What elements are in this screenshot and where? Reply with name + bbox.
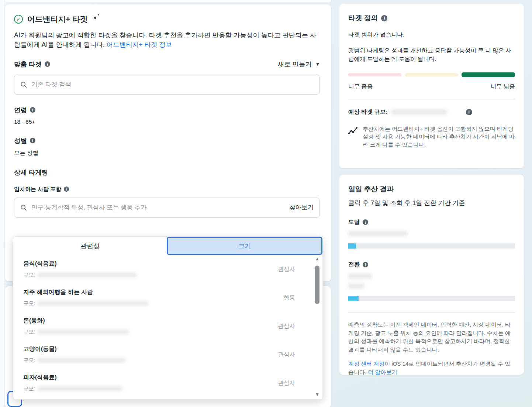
targeting-option-row[interactable]: 디저트(식음료) 규모: 관심사 [13,397,322,400]
create-new-dropdown[interactable]: 새로 만들기 ▼ [278,60,320,69]
suggestions-tabbar: 관련성 크기 [13,237,322,255]
info-icon[interactable]: i [45,61,50,67]
trend-line-icon [348,125,358,135]
redacted-size-value [38,358,125,363]
info-icon[interactable]: i [64,187,69,192]
gauge-segment-broad [462,72,515,77]
info-icon[interactable]: i [466,109,472,115]
scroll-down-arrow[interactable]: ▼ [314,392,321,397]
existing-audience-search[interactable] [14,75,320,95]
ai-sparkle-icon: ✦✦ [93,15,97,21]
option-type-badge: 행동 [284,294,295,301]
option-size-label: 규모: [23,357,35,364]
reach-bar [348,243,515,249]
option-size-label: 규모: [23,271,35,278]
account-center-link[interactable]: 계정 센터 계정 [348,360,384,367]
forecast-disclaimer: 예측의 정확도는 이전 캠페인 데이터, 입력한 예산, 시장 데이터, 타게팅… [348,321,515,354]
detailed-targeting-search-input[interactable] [31,204,286,211]
conversions-label-row: 전환 i [348,261,368,269]
gauge-segment-narrow [348,73,402,76]
info-icon[interactable]: i [381,15,387,21]
include-people-label: 일치하는 사람 포함 [14,186,61,193]
reach-value [348,231,515,238]
include-people-label-row: 일치하는 사람 포함 i [14,186,69,193]
redacted-size-value [38,386,122,391]
info-icon[interactable]: i [30,107,35,113]
option-title: 피자(식음료) [23,374,282,382]
divider [348,312,515,312]
detailed-targeting-search[interactable]: 찾아보기 [14,198,320,218]
advantage-description: AI가 회원님의 광고에 적합한 타겟을 찾습니다. 타겟 추천을 추가하면 반… [14,30,320,50]
age-label: 연령 [14,106,27,114]
ios14-note: 계정 센터 계정이 iOS 14로 업데이트되면서 추산치가 변경될 수 있습니… [348,360,515,376]
check-circle-icon: ✓ [14,15,23,24]
option-title: 고양이(동물) [23,345,282,353]
browse-button[interactable]: 찾아보기 [289,204,314,212]
option-type-badge: 관심사 [278,265,296,273]
scroll-up-arrow[interactable]: ▲ [314,257,321,261]
estimated-audience-size-row: 예상 타겟 규모: i [348,108,515,116]
learn-more-link[interactable]: 더 알아보기 [368,369,397,375]
conversions-value [348,273,515,280]
custom-audience-label-row: 맞춤 타겟 i [14,60,50,69]
targeting-option-row[interactable]: 고양이(동물) 규모: 관심사 [13,340,322,369]
audience-definition-description: 광범위 타게팅은 성과를 개선하고 응답할 가능성이 큰 더 많은 사람에게 도… [348,46,515,64]
advantage-info-link[interactable]: 어드밴티지+ 타겟 정보 [107,41,172,48]
estimate-note-text: 추산치에는 어드밴티지+ 타겟 옵션이 포함되지 않으며 타게팅 설정 및 사용… [363,125,515,149]
age-value: 18 - 65+ [14,119,320,125]
dropdown-scrollbar: ▲ ▼ [314,256,321,397]
page-left-gutter [0,0,4,407]
daily-results-subtitle: 클릭 후 7일 및 조회 후 1일 전환 기간 기준 [348,199,515,207]
detailed-targeting-heading: 상세 타게팅 [14,168,320,177]
conversions-bar-fill [348,296,359,301]
info-icon[interactable]: i [363,262,368,267]
divider [348,100,515,100]
option-title: 음식(식음료) [23,260,282,268]
redacted-size-value [38,301,148,306]
targeting-option-row[interactable]: 돈(통화) 규모: 관심사 [13,312,322,340]
gender-value: 모든 성별 [14,149,320,157]
tab-relevance[interactable]: 관련성 [13,237,167,255]
daily-results-title: 일일 추산 결과 [348,184,394,194]
redacted-conversions-value [348,273,372,279]
tab-size[interactable]: 크기 [167,237,322,255]
estimated-size-label: 예상 타겟 규모: [348,108,388,116]
option-title: 돈(통화) [23,317,282,325]
audience-definition-title-row: 타겟 정의 i [348,13,387,23]
gender-label: 성별 [14,136,27,145]
audience-breadth-status: 타겟 범위가 넓습니다. [348,31,515,39]
targeting-option-row[interactable]: 자주 해외여행을 하는 사람 규모: 행동 [13,283,322,312]
info-icon[interactable]: i [30,138,35,143]
targeting-option-row[interactable]: 음식(식음료) 규모: 관심사 [13,255,322,283]
search-icon [20,81,27,88]
reach-bar-fill [348,243,356,249]
redacted-reach-value [348,231,407,236]
info-icon[interactable]: i [363,219,368,225]
option-size-label: 규모: [23,300,35,307]
advantage-audience-header: ✓ 어드밴티지+ 타겟 ✦✦ [14,14,320,24]
daily-estimated-results-card: 일일 추산 결과 클릭 후 7일 및 조회 후 1일 전환 기간 기준 도달 i… [339,175,524,375]
create-new-label: 새로 만들기 [278,60,312,69]
existing-audience-search-input[interactable] [31,81,314,88]
targeting-option-row[interactable]: 피자(식음료) 규모: 관심사 [13,369,322,397]
estimate-note-row: 추산치에는 어드밴티지+ 타겟 옵션이 포함되지 않으며 타게팅 설정 및 사용… [348,125,515,149]
custom-audience-label: 맞춤 타겟 [14,60,42,69]
conversions-bar [348,296,515,301]
option-size-label: 규모: [23,385,35,392]
audience-breadth-gauge [348,72,515,77]
suggestions-list: 음식(식음료) 규모: 관심사 자주 해외여행을 하는 사람 규모: 행동 돈(… [13,255,322,400]
reach-label-row: 도달 i [348,218,368,226]
redacted-size-value [38,273,137,277]
redacted-conversions-value [348,283,365,289]
scrollbar-thumb[interactable] [315,266,319,304]
gender-section: 성별 i 모든 성별 [14,136,320,157]
age-section: 연령 i 18 - 65+ [14,106,320,125]
gauge-segment-balanced [405,73,459,76]
gauge-label-too-narrow: 너무 좁음 [348,83,373,90]
option-title: 자주 해외여행을 하는 사람 [23,288,282,296]
section-title: 어드밴티지+ 타겟 [27,14,87,24]
option-type-badge: 관심사 [278,322,296,330]
audience-definition-title: 타겟 정의 [348,13,378,23]
redacted-size-value [38,329,129,334]
gauge-label-too-broad: 너무 넓음 [491,83,515,90]
